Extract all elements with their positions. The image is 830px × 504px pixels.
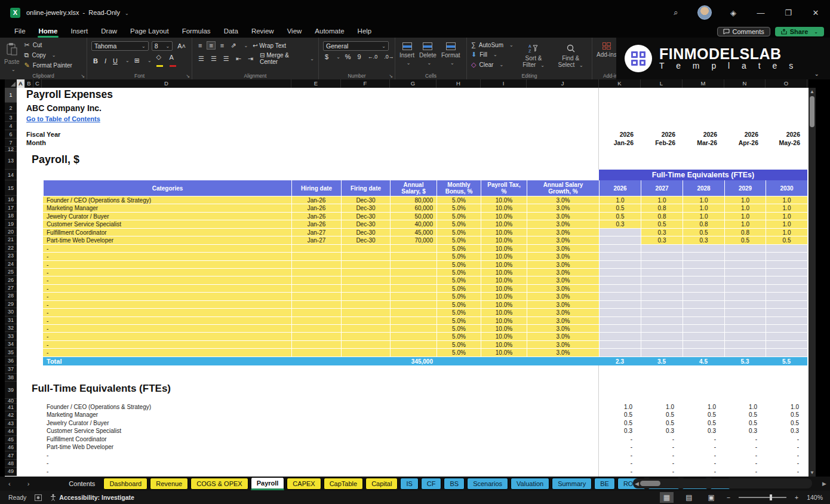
- column-header-M[interactable]: M: [683, 79, 724, 88]
- delete-cells-button[interactable]: Delete⌄: [419, 41, 436, 66]
- cell-salary-growth[interactable]: 3.0%: [527, 276, 599, 284]
- cell-fte[interactable]: [641, 340, 683, 348]
- month-cell[interactable]: May-26: [766, 139, 807, 146]
- column-header-K[interactable]: K: [599, 79, 641, 88]
- fte-value-cell[interactable]: -: [683, 436, 724, 442]
- cell-annual-salary[interactable]: 80,000: [390, 196, 436, 204]
- cell-fte[interactable]: [683, 276, 724, 284]
- row-header-42[interactable]: 42: [5, 411, 17, 419]
- column-header-N[interactable]: N: [724, 79, 766, 88]
- month-cell[interactable]: Jan-26: [599, 139, 641, 146]
- cell-annual-salary[interactable]: [390, 260, 436, 268]
- cell-fte[interactable]: [724, 308, 766, 316]
- sheet-tab-capital[interactable]: Capital: [365, 478, 398, 490]
- cell-fte[interactable]: [766, 340, 807, 348]
- cell-fte[interactable]: [766, 332, 807, 340]
- fte-value-cell[interactable]: -: [641, 452, 683, 459]
- cell-payroll-tax[interactable]: 10.0%: [481, 220, 527, 228]
- cell-firing-date[interactable]: [341, 332, 390, 340]
- fte-value-cell[interactable]: -: [683, 444, 724, 450]
- cell-monthly-bonus[interactable]: 5.0%: [436, 316, 481, 324]
- fte-value-cell[interactable]: -: [599, 444, 641, 450]
- row-header-37[interactable]: 37: [5, 365, 17, 374]
- row-header-30[interactable]: 30: [5, 308, 17, 316]
- fte-value-cell[interactable]: 1.0: [641, 404, 683, 410]
- cell-hiring-date[interactable]: [291, 252, 341, 260]
- cell-fte[interactable]: [641, 244, 683, 252]
- fte-value-cell[interactable]: 0.3: [766, 428, 807, 434]
- clear-button[interactable]: ◇Clear⌄: [471, 61, 514, 69]
- cell-fte[interactable]: [599, 244, 641, 252]
- sheet-tab-valuation[interactable]: Valuation: [511, 478, 549, 490]
- bold-button[interactable]: B: [91, 57, 100, 64]
- cell-monthly-bonus[interactable]: 5.0%: [436, 292, 481, 300]
- column-header-E[interactable]: E: [291, 79, 341, 88]
- fte-value-cell[interactable]: -: [599, 460, 641, 466]
- cell-fte[interactable]: [766, 324, 807, 332]
- fte-value-cell[interactable]: 0.3: [599, 428, 641, 434]
- cell-hiring-date[interactable]: [291, 292, 341, 300]
- cell-fte[interactable]: [641, 316, 683, 324]
- cell-fte[interactable]: [641, 252, 683, 260]
- cell-fte[interactable]: [724, 316, 766, 324]
- sheet-tab-capex[interactable]: CAPEX: [287, 478, 321, 490]
- cell-fte[interactable]: 0.3: [683, 236, 724, 244]
- cell-fte[interactable]: [724, 348, 766, 356]
- cell-monthly-bonus[interactable]: 5.0%: [436, 252, 481, 260]
- cell-hiring-date[interactable]: [291, 324, 341, 332]
- scroll-down-icon[interactable]: ▼: [810, 470, 814, 475]
- cell-category[interactable]: -: [43, 348, 291, 356]
- cell-fte[interactable]: [724, 332, 766, 340]
- fte-value-cell[interactable]: 0.5: [683, 420, 724, 426]
- column-header-J[interactable]: J: [527, 79, 599, 88]
- fte-value-cell[interactable]: -: [641, 444, 683, 450]
- fte-row-name[interactable]: Marketing Manager: [47, 411, 297, 418]
- cell-fte[interactable]: [683, 260, 724, 268]
- fte-value-cell[interactable]: -: [724, 452, 766, 459]
- cell-fte[interactable]: [599, 348, 641, 356]
- cell-fte[interactable]: [766, 252, 807, 260]
- fte-value-cell[interactable]: 0.5: [766, 411, 807, 418]
- menu-tab-review[interactable]: Review: [245, 26, 280, 37]
- close-button[interactable]: ✕: [810, 8, 822, 17]
- cell-annual-salary[interactable]: [390, 308, 436, 316]
- cell-salary-growth[interactable]: 3.0%: [527, 284, 599, 292]
- sheet-tab-bs[interactable]: BS: [444, 478, 465, 490]
- cell-monthly-bonus[interactable]: 5.0%: [436, 244, 481, 252]
- cell-payroll-tax[interactable]: 10.0%: [481, 316, 527, 324]
- row-header-48[interactable]: 48: [5, 460, 17, 468]
- cell-fte[interactable]: [724, 324, 766, 332]
- cell-salary-growth[interactable]: 3.0%: [527, 324, 599, 332]
- cell-category[interactable]: Jewelry Curator / Buyer: [43, 212, 291, 220]
- cell-fte[interactable]: [683, 292, 724, 300]
- row-header-14[interactable]: 14: [5, 170, 17, 180]
- sheet-tab-payroll[interactable]: Payroll: [251, 477, 285, 490]
- fte-row-name[interactable]: -: [47, 468, 297, 475]
- fte-value-cell[interactable]: -: [599, 452, 641, 459]
- cell-payroll-tax[interactable]: 10.0%: [481, 308, 527, 316]
- row-header-33[interactable]: 33: [5, 332, 17, 340]
- scroll-up-icon[interactable]: ▲: [810, 89, 814, 94]
- minimize-button[interactable]: —: [755, 8, 767, 17]
- menu-tab-page-layout[interactable]: Page Layout: [124, 26, 175, 37]
- fiscal-year-cell[interactable]: 2026: [766, 131, 807, 138]
- cell-salary-growth[interactable]: 3.0%: [527, 268, 599, 276]
- cell-payroll-tax[interactable]: 10.0%: [481, 236, 527, 244]
- cell-fte[interactable]: [599, 316, 641, 324]
- cell-fte[interactable]: [599, 236, 641, 244]
- cell-hiring-date[interactable]: [291, 284, 341, 292]
- cell-fte[interactable]: 0.5: [641, 220, 683, 228]
- cell-hiring-date[interactable]: [291, 268, 341, 276]
- cell-monthly-bonus[interactable]: 5.0%: [436, 260, 481, 268]
- zoom-slider-thumb[interactable]: [770, 494, 772, 500]
- font-size-select[interactable]: 8⌄: [152, 41, 173, 51]
- fte-value-cell[interactable]: -: [599, 468, 641, 475]
- row-header-26[interactable]: 26: [5, 276, 17, 284]
- copy-button[interactable]: ⧉Copy⌄: [24, 51, 72, 59]
- cell-fte[interactable]: [683, 268, 724, 276]
- cell-fte[interactable]: 0.5: [766, 236, 807, 244]
- cell-firing-date[interactable]: [341, 244, 390, 252]
- row-header-43[interactable]: 43: [5, 420, 17, 428]
- row-header-15[interactable]: 15: [5, 180, 17, 196]
- percent-format-button[interactable]: %: [343, 53, 353, 60]
